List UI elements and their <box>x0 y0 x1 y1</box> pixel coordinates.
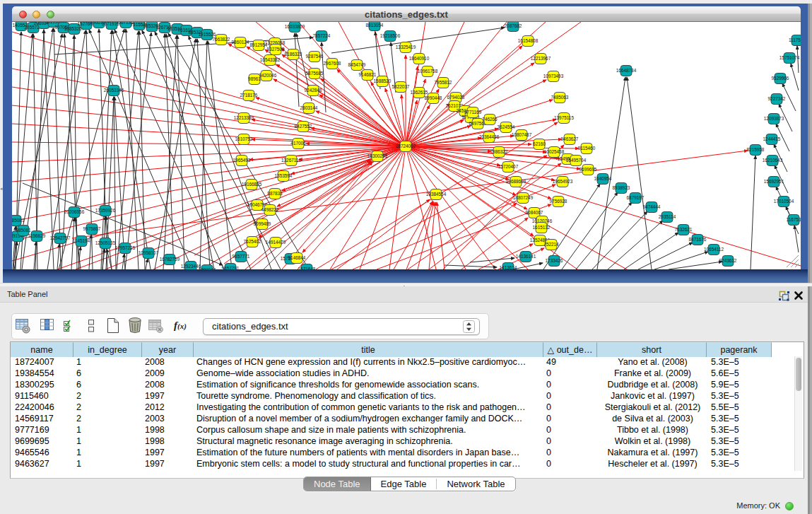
svg-text:1413614: 1413614 <box>500 265 517 269</box>
svg-text:98961: 98961 <box>248 76 261 81</box>
svg-text:10807487: 10807487 <box>512 132 532 137</box>
svg-text:12213389: 12213389 <box>234 115 254 120</box>
svg-text:746266: 746266 <box>482 117 498 122</box>
svg-text:16210643: 16210643 <box>763 158 783 163</box>
svg-text:9463627: 9463627 <box>561 136 579 141</box>
svg-text:14914479: 14914479 <box>266 240 286 245</box>
svg-text:10654112: 10654112 <box>704 247 724 252</box>
svg-text:20206556: 20206556 <box>64 209 85 214</box>
svg-text:2718176: 2718176 <box>240 93 258 98</box>
svg-text:9657791: 9657791 <box>222 266 240 269</box>
svg-text:20364436: 20364436 <box>479 134 500 139</box>
svg-text:16648784: 16648784 <box>616 68 637 73</box>
svg-text:1985081: 1985081 <box>12 218 25 223</box>
svg-text:887833: 887833 <box>267 191 283 196</box>
svg-text:15495704: 15495704 <box>566 158 587 163</box>
svg-text:9529966: 9529966 <box>772 76 789 81</box>
svg-text:9327508: 9327508 <box>267 47 285 52</box>
svg-text:8186323: 8186323 <box>285 52 302 57</box>
svg-text:8990448: 8990448 <box>425 95 442 100</box>
svg-text:1640954: 1640954 <box>594 176 612 181</box>
svg-text:17010504: 17010504 <box>774 199 794 204</box>
svg-text:8471676: 8471676 <box>689 237 707 242</box>
svg-text:8454749: 8454749 <box>348 62 366 67</box>
svg-text:12942757: 12942757 <box>50 235 71 240</box>
svg-text:13975115: 13975115 <box>554 115 574 120</box>
svg-text:1244415: 1244415 <box>763 136 781 141</box>
svg-text:2935114: 2935114 <box>659 214 676 219</box>
svg-text:26053346: 26053346 <box>104 88 124 93</box>
svg-text:15720407: 15720407 <box>498 164 519 169</box>
svg-text:17359926: 17359926 <box>95 208 116 213</box>
svg-text:12213967: 12213967 <box>531 56 551 61</box>
svg-text:1292344: 1292344 <box>199 267 216 269</box>
svg-text:1571648: 1571648 <box>298 267 316 269</box>
svg-text:2803144: 2803144 <box>300 105 318 110</box>
svg-text:9099489: 9099489 <box>254 221 271 226</box>
svg-text:2967608: 2967608 <box>324 61 341 66</box>
svg-text:16033809: 16033809 <box>285 24 305 29</box>
svg-text:1362615: 1362615 <box>411 90 428 95</box>
svg-text:15751074: 15751074 <box>779 55 800 60</box>
svg-text:7632621: 7632621 <box>675 227 693 232</box>
svg-text:1145194: 1145194 <box>73 238 90 243</box>
svg-text:8813054: 8813054 <box>366 23 384 28</box>
svg-text:16543382: 16543382 <box>260 57 281 62</box>
svg-text:7986322: 7986322 <box>490 149 508 154</box>
svg-text:9860124: 9860124 <box>232 40 249 45</box>
svg-text:7485063: 7485063 <box>551 95 569 100</box>
svg-text:62160: 62160 <box>533 141 546 146</box>
svg-text:9756928: 9756928 <box>550 199 567 204</box>
svg-text:3624554: 3624554 <box>498 124 515 129</box>
svg-text:8427552: 8427552 <box>295 124 312 129</box>
svg-text:4498222: 4498222 <box>261 207 279 212</box>
svg-text:18807249: 18807249 <box>513 195 534 200</box>
svg-text:9242848: 9242848 <box>305 88 322 93</box>
svg-text:1588520: 1588520 <box>374 78 392 83</box>
svg-text:6794028: 6794028 <box>447 95 465 100</box>
svg-text:1117524: 1117524 <box>789 37 801 42</box>
svg-text:10961758: 10961758 <box>418 69 438 74</box>
svg-text:13325419: 13325419 <box>396 45 416 49</box>
svg-text:18724007: 18724007 <box>396 144 416 148</box>
svg-text:19166825: 19166825 <box>242 182 262 187</box>
svg-text:6879197: 6879197 <box>627 195 645 200</box>
svg-text:116753: 116753 <box>787 217 801 222</box>
svg-text:10025458: 10025458 <box>544 149 565 154</box>
svg-text:16782759: 16782759 <box>160 257 180 262</box>
svg-text:1610752: 1610752 <box>235 136 253 141</box>
svg-text:9146821: 9146821 <box>359 72 377 77</box>
svg-text:752214: 752214 <box>543 242 559 247</box>
svg-text:8215958: 8215958 <box>747 147 765 152</box>
svg-text:12093873: 12093873 <box>764 116 784 121</box>
svg-text:1915526: 1915526 <box>199 32 216 37</box>
svg-text:417006: 417006 <box>290 141 306 146</box>
svg-text:9699695: 9699695 <box>579 167 597 172</box>
svg-text:9115460: 9115460 <box>578 146 596 151</box>
svg-text:19654923: 19654923 <box>553 179 573 184</box>
svg-text:18640910: 18640910 <box>409 56 430 61</box>
svg-text:1353594: 1353594 <box>275 173 293 178</box>
svg-text:14136141: 14136141 <box>516 254 536 259</box>
svg-text:19218506: 19218506 <box>380 33 401 38</box>
svg-text:9084067: 9084067 <box>526 210 543 215</box>
svg-text:9975867: 9975867 <box>83 226 101 231</box>
svg-text:1965493: 1965493 <box>233 158 251 163</box>
svg-text:10958107: 10958107 <box>139 250 159 255</box>
svg-text:7663822: 7663822 <box>213 37 230 42</box>
svg-text:9146844: 9146844 <box>288 255 306 260</box>
svg-text:15692951: 15692951 <box>764 179 784 184</box>
svg-text:19384554: 19384554 <box>426 192 447 197</box>
svg-text:9287546: 9287546 <box>306 54 324 59</box>
svg-text:985081: 985081 <box>16 228 31 233</box>
svg-text:17957225: 17957225 <box>115 245 136 250</box>
svg-text:1615132: 1615132 <box>533 225 551 230</box>
svg-text:7857224: 7857224 <box>313 33 331 38</box>
svg-text:9771169: 9771169 <box>464 110 482 115</box>
svg-text:7955812: 7955812 <box>435 80 452 85</box>
svg-text:9227342: 9227342 <box>768 96 786 101</box>
svg-text:1733426: 1733426 <box>546 258 563 263</box>
svg-text:1156829: 1156829 <box>28 233 46 238</box>
svg-text:16154808: 16154808 <box>518 38 539 43</box>
svg-text:9657771: 9657771 <box>233 254 250 259</box>
